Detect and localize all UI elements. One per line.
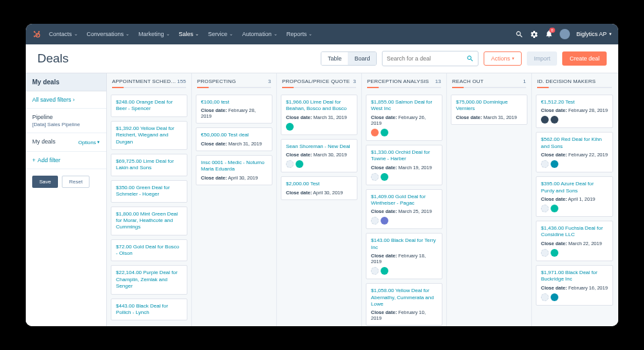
avatar-icon (541, 205, 549, 212)
pipeline-column: PERCEPTION ANALYSIS13$1,855.00 Salmon De… (362, 73, 447, 326)
deal-title: $1,800.00 Mint Green Deal for Morar, Hea… (116, 211, 182, 231)
deal-title: $443.00 Black Deal for Pollich - Lynch (116, 303, 182, 317)
caret-down-icon: ▾ (512, 56, 515, 61)
nav-item-automation[interactable]: Automation⌄ (242, 31, 278, 37)
search-field[interactable] (382, 51, 478, 66)
nav-item-contacts[interactable]: Contacts⌄ (49, 31, 78, 37)
avatar-icon (371, 129, 379, 136)
search-input[interactable] (386, 55, 466, 62)
pipeline-column: APPOINTMENT SCHEDULED155$248.00 Orange D… (107, 73, 192, 326)
nav-item-service[interactable]: Service⌄ (208, 31, 233, 37)
column-name: APPOINTMENT SCHEDULED (112, 78, 177, 84)
save-button[interactable]: Save (32, 176, 58, 188)
deal-card[interactable]: $72.00 Gold Deal for Bosco - Olson (111, 239, 187, 262)
create-deal-button[interactable]: Create deal (562, 51, 607, 66)
actions-button[interactable]: Actions ▾ (484, 51, 522, 66)
chevron-down-icon: ⌄ (195, 32, 199, 37)
deal-close-date: Close date: February 28, 2019 (201, 107, 267, 119)
account-menu[interactable]: Biglytics AP ▾ (576, 31, 612, 37)
deal-title: $22,104.00 Purple Deal for Champlin, Zem… (116, 270, 182, 290)
deal-title: $1,058.00 Yellow Deal for Abernathy, Cum… (371, 288, 437, 308)
deal-card[interactable]: €50,000.00 Test dealClose date: March 31… (196, 127, 272, 151)
pipeline-value: [Data] Sales Pipeline (32, 122, 100, 127)
deal-card[interactable]: $1,966.00 Lime Deal for Beahan, Bosco an… (281, 95, 357, 135)
deal-card[interactable]: $75,000.00 Dominique VerniersClose date:… (451, 95, 527, 125)
avatar-icon (371, 173, 379, 181)
pipeline-label: Pipeline (32, 114, 100, 120)
column-count: 3 (268, 78, 271, 84)
avatar-icon (371, 217, 379, 225)
nav-item-reports[interactable]: Reports⌄ (287, 31, 313, 37)
deal-close-date: Close date: April 1, 2019 (541, 196, 608, 202)
pipeline-column: REACH OUT1$75,000.00 Dominique VerniersC… (447, 73, 532, 326)
deal-card[interactable]: $2,000.00 TestClose date: April 30, 2019 (281, 176, 357, 199)
avatar-icon (551, 205, 558, 212)
deal-close-date: Close date: February 18, 2019 (371, 253, 437, 264)
deal-card[interactable]: Sean Shoreman - New DealClose date: Marc… (281, 139, 357, 172)
deals-board: APPOINTMENT SCHEDULED155$248.00 Orange D… (107, 73, 618, 326)
settings-gear-icon[interactable] (530, 30, 538, 39)
deal-card[interactable]: $1,855.00 Salmon Deal for West IncClose … (366, 95, 442, 141)
chevron-down-icon: ⌄ (126, 32, 129, 37)
column-count: 1 (523, 78, 526, 84)
view-board-button[interactable]: Board (348, 52, 376, 65)
avatar-icon (541, 249, 549, 257)
deal-card[interactable]: Insc 0001 - Medic - Noturno Maria Eduard… (196, 155, 272, 185)
column-name: PERCEPTION ANALYSIS (367, 78, 429, 84)
deal-close-date: Close date: March 25, 2019 (371, 208, 437, 214)
deal-card[interactable]: $69,725.00 Lime Deal for Lakin and Sons (111, 154, 187, 176)
deal-card[interactable]: $443.00 Black Deal for Pollich - Lynch (111, 299, 187, 321)
account-name: Biglytics AP (576, 31, 607, 37)
deal-card[interactable]: $395.00 Azure Deal for Purdy and SonsClo… (536, 176, 613, 217)
deal-title: €1,512.20 Test (541, 99, 608, 106)
avatar-icon (541, 160, 549, 168)
deal-card[interactable]: $1,436.00 Fuchsia Deal for Considine LLC… (536, 221, 613, 261)
deal-card[interactable]: $22,104.00 Purple Deal for Champlin, Zem… (111, 265, 187, 294)
deal-close-date: Close date: April 30, 2019 (201, 175, 267, 181)
avatar-icon (381, 129, 388, 136)
deal-card[interactable]: $1,392.00 Yellow Deal for Reichert, Wieg… (111, 121, 187, 150)
deal-title: $2,000.00 Test (286, 181, 352, 187)
avatar[interactable] (560, 29, 570, 39)
page-header: Deals Table Board Actions ▾ Import Creat… (26, 44, 618, 73)
deal-card[interactable]: $1,971.00 Black Deal for Buckridge IncCl… (536, 265, 613, 306)
deal-title: $1,409.00 Gold Deal for Wintheiser - Pag… (371, 194, 437, 207)
deal-card[interactable]: $562.00 Red Deal for Kihn and SonsClose … (536, 132, 613, 172)
avatar-icon (381, 217, 388, 225)
nav-item-marketing[interactable]: Marketing⌄ (138, 31, 170, 37)
view-table-button[interactable]: Table (321, 52, 348, 65)
deal-card[interactable]: $1,409.00 Gold Deal for Wintheiser - Pag… (366, 189, 442, 230)
deal-card[interactable]: $1,330.00 Orchid Deal for Towne - Harber… (366, 145, 442, 185)
notifications-bell[interactable]: 0 (545, 30, 553, 39)
deal-card[interactable]: $1,058.00 Yellow Deal for Abernathy, Cum… (366, 283, 442, 326)
deal-card[interactable]: $1,800.00 Mint Green Deal for Morar, Hea… (111, 207, 187, 235)
page-title: Deals (37, 51, 321, 66)
deal-card[interactable]: $248.00 Orange Deal for Beer - Spencer (111, 95, 187, 117)
column-name: PROSPECTING (197, 78, 236, 84)
deal-card[interactable]: €100,00 testClose date: February 28, 201… (196, 95, 272, 124)
deal-card[interactable]: $143.00 Black Deal for Terry IncClose da… (366, 233, 442, 279)
chevron-down-icon: ⌄ (166, 32, 170, 37)
column-cards: $248.00 Orange Deal for Beer - Spencer$1… (107, 91, 191, 326)
deal-title: €100,00 test (201, 99, 267, 106)
deal-title: $1,392.00 Yellow Deal for Reichert, Wieg… (116, 125, 182, 145)
reset-button[interactable]: Reset (62, 176, 90, 188)
deal-card[interactable]: €1,512.20 TestClose date: February 28, 2… (536, 95, 613, 128)
deal-title: $72.00 Gold Deal for Bosco - Olson (116, 244, 182, 257)
add-filter-button[interactable]: +Add filter (32, 157, 61, 163)
deal-avatars (371, 217, 437, 225)
options-menu[interactable]: Options▾ (78, 140, 100, 145)
avatar-icon (296, 160, 303, 168)
deal-card[interactable]: $350.00 Green Deal for Schmeler - Hoeger (111, 180, 187, 203)
column-count: 13 (435, 78, 441, 84)
nav-item-sales[interactable]: Sales⌄ (179, 31, 200, 37)
import-button[interactable]: Import (527, 51, 558, 66)
mydeals-label: My deals (32, 138, 55, 145)
search-icon[interactable] (515, 30, 524, 39)
nav-item-conversations[interactable]: Conversations⌄ (87, 31, 130, 37)
column-count: 3 (353, 78, 356, 84)
saved-filters-link[interactable]: All saved filters › (32, 97, 75, 103)
deal-title: Insc 0001 - Medic - Noturno Maria Eduard… (201, 160, 267, 173)
main-body: My deals All saved filters › Pipeline [D… (26, 73, 618, 326)
deal-avatars (541, 205, 608, 212)
